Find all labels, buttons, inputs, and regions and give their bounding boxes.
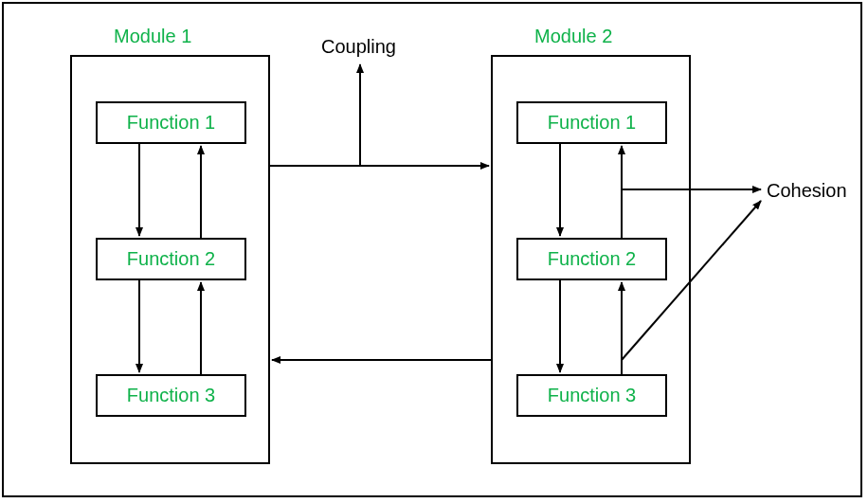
module1-func1: Function 1: [96, 101, 246, 144]
module2-func2-label: Function 2: [548, 248, 636, 270]
coupling-label: Coupling: [321, 36, 396, 58]
cohesion-label: Cohesion: [767, 180, 847, 202]
module2-func3: Function 3: [516, 374, 667, 417]
diagram-canvas: Module 1 Function 1 Function 2 Function …: [0, 0, 868, 503]
module2-func1: Function 1: [516, 101, 667, 144]
module2-func1-label: Function 1: [548, 112, 636, 134]
module1-func1-label: Function 1: [127, 112, 215, 134]
module1-func3: Function 3: [96, 374, 246, 417]
module2-func2: Function 2: [516, 238, 667, 280]
module1-title: Module 1: [114, 26, 191, 47]
module1-func3-label: Function 3: [127, 385, 215, 406]
module1-func2-label: Function 2: [127, 248, 215, 270]
module2-func3-label: Function 3: [548, 385, 636, 406]
module2-title: Module 2: [534, 26, 612, 47]
module1-func2: Function 2: [96, 238, 246, 280]
